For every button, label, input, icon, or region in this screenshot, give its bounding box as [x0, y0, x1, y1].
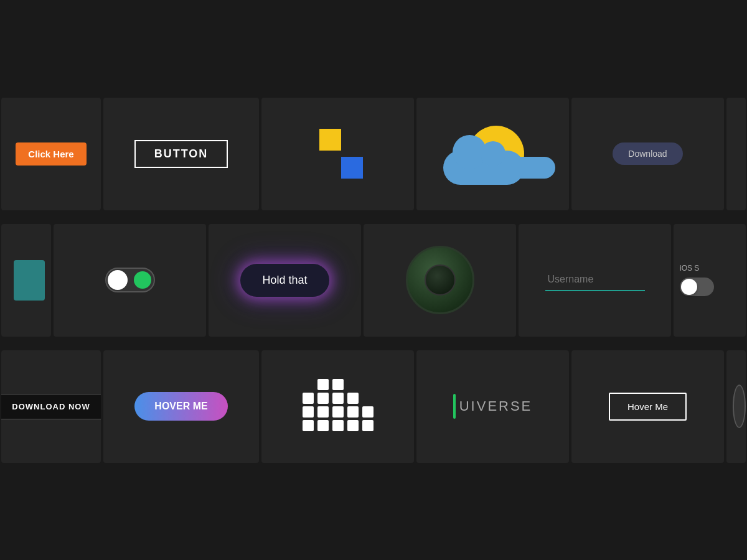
eq-bar — [317, 406, 329, 418]
cloud-body — [443, 151, 524, 185]
ios-toggle-track[interactable] — [680, 278, 714, 296]
card-hold-that: Hold that — [209, 224, 361, 337]
eq-bar — [347, 420, 359, 431]
card-hover-me-outlined: Hover Me — [571, 350, 724, 463]
hover-me-gradient-button[interactable]: HOVER ME — [134, 392, 227, 421]
eq-bar — [332, 406, 344, 418]
card-squares — [261, 98, 414, 210]
card-download: Download — [571, 98, 724, 210]
card-partial-r1 — [726, 98, 746, 210]
ios-toggle-label: iOS S — [680, 264, 699, 273]
card-uiverse: UIVERSE — [416, 350, 569, 463]
eq-col-3 — [332, 365, 344, 431]
eq-bar — [362, 420, 374, 431]
uiverse-label: UIVERSE — [459, 398, 533, 414]
eq-bar — [332, 420, 344, 431]
toggle-track — [105, 268, 155, 292]
uiverse-logo: UIVERSE — [453, 394, 533, 419]
hover-me-outlined-button[interactable]: Hover Me — [609, 393, 687, 421]
card-partial-circle — [726, 350, 746, 463]
eq-bar — [362, 406, 374, 418]
partial-circle-shape — [733, 385, 746, 428]
eq-col-2 — [317, 379, 329, 431]
eq-col-1 — [303, 393, 314, 431]
download-now-button[interactable]: DOWNLOAD NOW — [1, 394, 101, 419]
equalizer-bars — [303, 381, 374, 431]
eq-bar — [332, 393, 344, 404]
knob-inner — [425, 264, 456, 296]
eq-col-5 — [362, 370, 374, 431]
blue-square — [341, 157, 363, 179]
card-username-input — [519, 224, 671, 337]
eq-bar — [317, 379, 329, 390]
toggle-thumb-white — [108, 270, 128, 290]
cloud-tail — [518, 157, 555, 179]
card-button-outlined: BUTTON — [103, 98, 259, 210]
eq-bar — [303, 393, 314, 404]
cloud-main — [443, 151, 524, 185]
eq-col-4 — [347, 368, 359, 431]
uiverse-bar — [453, 394, 456, 419]
click-here-button[interactable]: Click Here — [16, 142, 86, 166]
card-teal-rect — [1, 224, 51, 337]
ios-toggle-thumb — [681, 279, 697, 295]
cloud-bump2 — [481, 141, 505, 166]
eq-bar — [303, 420, 314, 431]
card-equalizer — [261, 350, 414, 463]
hold-that-button[interactable]: Hold that — [240, 264, 329, 297]
yellow-square — [319, 129, 341, 151]
card-hover-me-gradient: HOVER ME — [103, 350, 259, 463]
teal-rectangle — [14, 260, 45, 301]
eq-bar — [317, 393, 329, 404]
toggle-switch[interactable] — [105, 268, 155, 292]
eq-bar — [332, 379, 344, 390]
card-cloud-sun — [416, 98, 569, 210]
knob-dial[interactable] — [406, 246, 474, 314]
card-ios-toggle: iOS S — [674, 224, 746, 337]
toggle-thumb-green — [134, 271, 151, 289]
eq-bar — [347, 393, 359, 404]
cloud-sun-graphic — [431, 116, 555, 191]
ios-toggle-container: iOS S — [680, 264, 714, 296]
card-download-now: DOWNLOAD NOW — [1, 350, 101, 463]
card-knob — [364, 224, 516, 337]
outlined-button[interactable]: BUTTON — [134, 140, 228, 168]
squares-animation — [313, 129, 363, 179]
eq-bar — [347, 406, 359, 418]
card-click-here: Click Here — [1, 98, 101, 210]
card-toggle — [54, 224, 206, 337]
username-input[interactable] — [545, 269, 645, 291]
download-button[interactable]: Download — [613, 142, 682, 165]
eq-bar — [317, 420, 329, 431]
eq-bar — [303, 406, 314, 418]
